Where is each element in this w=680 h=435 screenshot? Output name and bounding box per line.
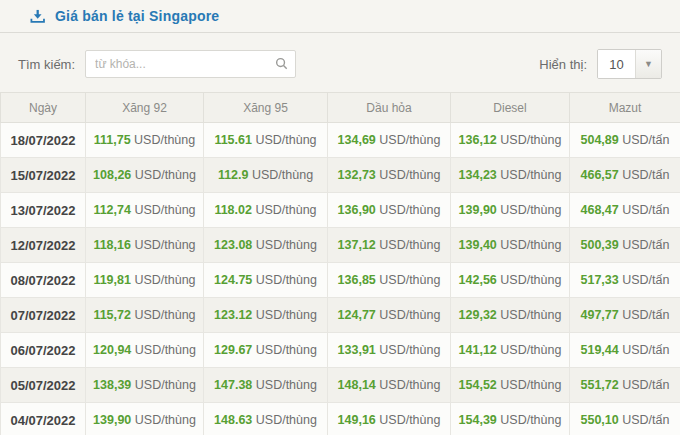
table-row: 07/07/2022115,72 USD/thùng123.12 USD/thù… [1, 298, 680, 333]
price-cell: 517,33 USD/tấn [570, 263, 680, 298]
price-cell: 139,40 USD/thùng [451, 228, 570, 263]
panel-titlebar: Giá bán lẻ tại Singapore [0, 0, 680, 33]
price-cell: 112.9 USD/thùng [204, 158, 328, 193]
price-cell: 141,12 USD/thùng [451, 333, 570, 368]
table-row: 18/07/2022111,75 USD/thùng115.61 USD/thù… [1, 123, 680, 158]
price-cell: 132,73 USD/thùng [328, 158, 451, 193]
page-title: Giá bán lẻ tại Singapore [55, 8, 219, 24]
price-cell: 149,16 USD/thùng [328, 403, 451, 435]
price-cell: 123.12 USD/thùng [204, 298, 328, 333]
price-cell: 124,77 USD/thùng [328, 298, 451, 333]
column-header-3: Dầu hỏa [328, 93, 451, 123]
singapore-retail-price-panel: Giá bán lẻ tại Singapore Tìm kiếm: Hiển … [0, 0, 680, 435]
date-cell: 04/07/2022 [1, 403, 86, 435]
page-size-select[interactable]: 10 ▼ [597, 49, 662, 79]
column-header-1: Xăng 92 [86, 93, 204, 123]
price-cell: 142,56 USD/thùng [451, 263, 570, 298]
search-box [85, 50, 296, 78]
download-icon[interactable] [30, 9, 45, 24]
search-group: Tìm kiếm: [18, 50, 296, 78]
date-cell: 15/07/2022 [1, 158, 86, 193]
price-cell: 500,39 USD/tấn [570, 228, 680, 263]
price-cell: 139,90 USD/thùng [86, 403, 204, 435]
price-cell: 119,81 USD/thùng [86, 263, 204, 298]
date-cell: 12/07/2022 [1, 228, 86, 263]
table-row: 08/07/2022119,81 USD/thùng124.75 USD/thù… [1, 263, 680, 298]
price-cell: 504,89 USD/tấn [570, 123, 680, 158]
page-size-label: Hiển thị: [539, 57, 587, 72]
price-cell: 139,90 USD/thùng [451, 193, 570, 228]
search-label: Tìm kiếm: [18, 57, 75, 72]
price-table: NgàyXăng 92Xăng 95Dầu hỏaDieselMazut 18/… [0, 92, 680, 435]
price-cell: 115.61 USD/thùng [204, 123, 328, 158]
price-cell: 108,26 USD/thùng [86, 158, 204, 193]
price-cell: 129,32 USD/thùng [451, 298, 570, 333]
price-cell: 148,14 USD/thùng [328, 368, 451, 403]
date-cell: 07/07/2022 [1, 298, 86, 333]
price-cell: 466,57 USD/tấn [570, 158, 680, 193]
table-row: 04/07/2022139,90 USD/thùng148.63 USD/thù… [1, 403, 680, 435]
price-cell: 138,39 USD/thùng [86, 368, 204, 403]
price-cell: 550,10 USD/tấn [570, 403, 680, 435]
price-cell: 497,77 USD/tấn [570, 298, 680, 333]
price-cell: 133,91 USD/thùng [328, 333, 451, 368]
price-cell: 129.67 USD/thùng [204, 333, 328, 368]
page-size-group: Hiển thị: 10 ▼ [539, 49, 662, 79]
price-cell: 118,16 USD/thùng [86, 228, 204, 263]
table-row: 13/07/2022112,74 USD/thùng118.02 USD/thù… [1, 193, 680, 228]
price-cell: 148.63 USD/thùng [204, 403, 328, 435]
price-cell: 137,12 USD/thùng [328, 228, 451, 263]
price-cell: 112,74 USD/thùng [86, 193, 204, 228]
price-cell: 136,12 USD/thùng [451, 123, 570, 158]
price-cell: 120,94 USD/thùng [86, 333, 204, 368]
price-cell: 124.75 USD/thùng [204, 263, 328, 298]
price-cell: 118.02 USD/thùng [204, 193, 328, 228]
date-cell: 05/07/2022 [1, 368, 86, 403]
page-size-value: 10 [598, 50, 636, 78]
date-cell: 13/07/2022 [1, 193, 86, 228]
table-row: 15/07/2022108,26 USD/thùng112.9 USD/thùn… [1, 158, 680, 193]
table-header-row: NgàyXăng 92Xăng 95Dầu hỏaDieselMazut [1, 93, 680, 123]
price-cell: 136,85 USD/thùng [328, 263, 451, 298]
price-cell: 468,47 USD/tấn [570, 193, 680, 228]
search-input[interactable] [85, 50, 296, 78]
date-cell: 08/07/2022 [1, 263, 86, 298]
price-cell: 123.08 USD/thùng [204, 228, 328, 263]
price-cell: 147.38 USD/thùng [204, 368, 328, 403]
price-cell: 154,52 USD/thùng [451, 368, 570, 403]
price-cell: 519,44 USD/tấn [570, 333, 680, 368]
price-cell: 134,23 USD/thùng [451, 158, 570, 193]
column-header-2: Xăng 95 [204, 93, 328, 123]
price-cell: 551,72 USD/tấn [570, 368, 680, 403]
table-row: 06/07/2022120,94 USD/thùng129.67 USD/thù… [1, 333, 680, 368]
search-icon [275, 57, 288, 70]
chevron-down-icon: ▼ [636, 50, 661, 78]
table-controls: Tìm kiếm: Hiển thị: 10 ▼ [0, 33, 680, 92]
column-header-4: Diesel [451, 93, 570, 123]
price-cell: 136,90 USD/thùng [328, 193, 451, 228]
price-cell: 154,39 USD/thùng [451, 403, 570, 435]
column-header-0: Ngày [1, 93, 86, 123]
date-cell: 06/07/2022 [1, 333, 86, 368]
table-row: 05/07/2022138,39 USD/thùng147.38 USD/thù… [1, 368, 680, 403]
date-cell: 18/07/2022 [1, 123, 86, 158]
table-row: 12/07/2022118,16 USD/thùng123.08 USD/thù… [1, 228, 680, 263]
price-cell: 115,72 USD/thùng [86, 298, 204, 333]
price-cell: 111,75 USD/thùng [86, 123, 204, 158]
price-cell: 134,69 USD/thùng [328, 123, 451, 158]
column-header-5: Mazut [570, 93, 680, 123]
